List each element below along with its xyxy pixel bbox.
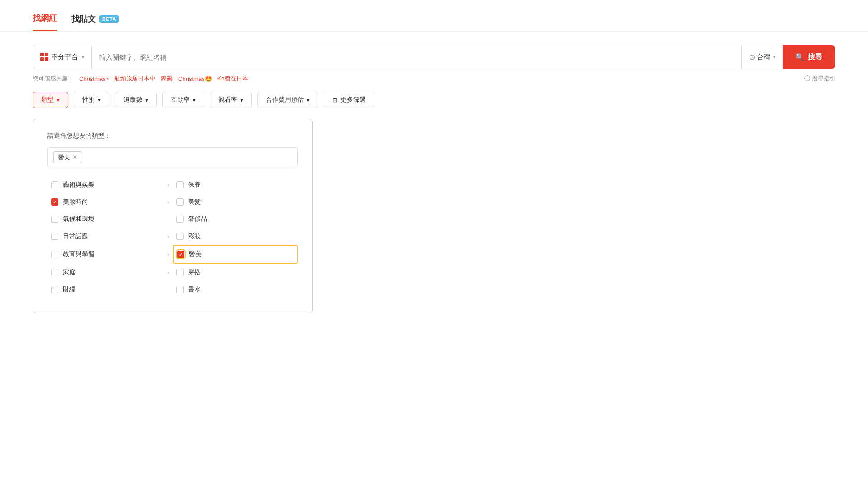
suggestion-christmas1[interactable]: Christmas> xyxy=(79,75,109,82)
category-fashion[interactable]: 美妝時尚 › xyxy=(47,193,173,211)
categories-grid: 藝術與娛樂 › 保養 美妝時尚 › 美髮 氣候和環境 奢侈品 日常話題 › xyxy=(47,176,298,298)
filter-bars-icon: ⊟ xyxy=(332,96,338,103)
checkbox-daily[interactable] xyxy=(51,233,58,240)
category-arts[interactable]: 藝術與娛樂 › xyxy=(47,176,173,193)
platform-label: 不分平台 xyxy=(51,53,78,61)
checkbox-outfit[interactable] xyxy=(176,269,184,276)
filter-engagement-label: 互動率 xyxy=(171,96,190,104)
suggestion-chenle[interactable]: 陳樂 xyxy=(161,75,173,83)
category-finance-label: 財經 xyxy=(63,286,75,294)
checkbox-makeup[interactable] xyxy=(176,233,184,240)
more-filter-label: 更多篩選 xyxy=(340,96,366,104)
checkbox-finance[interactable] xyxy=(51,286,58,293)
beta-badge: BETA xyxy=(99,15,119,23)
category-outfit-label: 穿搭 xyxy=(188,268,201,277)
category-climate[interactable]: 氣候和環境 xyxy=(47,211,173,228)
filter-viewrate-label: 觀看率 xyxy=(218,96,237,104)
chevron-fashion-icon: › xyxy=(167,199,169,205)
category-medical-label: 醫美 xyxy=(189,250,202,258)
filter-type[interactable]: 類型 ▾ xyxy=(33,92,68,108)
category-education[interactable]: 教育與學習 › xyxy=(47,245,173,264)
filter-engagement-chevron: ▾ xyxy=(193,96,196,103)
checkbox-education[interactable] xyxy=(51,251,58,258)
more-filter-button[interactable]: ⊟ 更多篩選 xyxy=(324,92,374,108)
filter-gender[interactable]: 性別 ▾ xyxy=(74,92,109,108)
category-luxury[interactable]: 奢侈品 xyxy=(173,211,298,228)
checkbox-luxury[interactable] xyxy=(176,216,184,223)
category-fashion-label: 美妝時尚 xyxy=(63,198,88,206)
platform-selector[interactable]: 不分平台 ▾ xyxy=(33,45,92,69)
category-climate-label: 氣候和環境 xyxy=(63,215,94,223)
filter-cost[interactable]: 合作費用預估 ▾ xyxy=(257,92,318,108)
panel-title: 請選擇您想要的類型： xyxy=(47,132,298,140)
suggestions-bar: 您可能感興趣： Christmas> 瓶頸旅居日本中 陳樂 Christmas🤩… xyxy=(0,69,868,83)
category-makeup-label: 彩妝 xyxy=(188,232,201,240)
filter-engagement[interactable]: 互動率 ▾ xyxy=(162,92,204,108)
selected-tag-yimei: 醫美 ✕ xyxy=(53,151,82,163)
filter-gender-chevron: ▾ xyxy=(98,96,101,103)
checkbox-climate[interactable] xyxy=(51,216,58,223)
suggestions-label: 您可能感興趣： xyxy=(33,75,74,83)
category-haircare[interactable]: 美髮 xyxy=(173,193,298,211)
category-medical[interactable]: 醫美 xyxy=(173,245,298,264)
category-perfume[interactable]: 香水 xyxy=(173,281,298,298)
filter-type-label: 類型 xyxy=(41,96,54,104)
filter-cost-label: 合作費用預估 xyxy=(266,96,304,104)
filter-gender-label: 性別 xyxy=(82,96,95,104)
search-bar: 不分平台 ▾ ⊙ 台灣 ▾ 🔍 搜尋 xyxy=(33,45,835,69)
category-perfume-label: 香水 xyxy=(188,286,201,294)
category-finance[interactable]: 財經 xyxy=(47,281,173,298)
location-icon: ⊙ xyxy=(749,53,755,61)
platform-chevron-icon: ▾ xyxy=(82,55,84,60)
filter-viewrate-chevron: ▾ xyxy=(240,96,243,103)
region-selector[interactable]: ⊙ 台灣 ▾ xyxy=(741,45,783,69)
category-family[interactable]: 家庭 › xyxy=(47,264,173,281)
chevron-education-icon: › xyxy=(167,252,169,257)
category-makeup[interactable]: 彩妝 xyxy=(173,228,298,245)
filter-cost-chevron: ▾ xyxy=(307,96,310,103)
category-luxury-label: 奢侈品 xyxy=(188,215,207,223)
checkbox-arts[interactable] xyxy=(51,181,58,188)
category-daily-label: 日常話題 xyxy=(63,232,88,240)
checkbox-fashion[interactable] xyxy=(51,198,58,206)
tab-posts-label: 找貼文 xyxy=(71,14,96,24)
category-family-label: 家庭 xyxy=(63,268,75,277)
checkbox-skincare[interactable] xyxy=(176,181,184,188)
category-haircare-label: 美髮 xyxy=(188,198,201,206)
suggestion-ko[interactable]: Ko醬在日本 xyxy=(217,75,248,83)
selected-tag-label: 醫美 xyxy=(58,153,70,161)
chevron-daily-icon: › xyxy=(167,234,169,239)
checkbox-family[interactable] xyxy=(51,269,58,276)
chevron-family-icon: › xyxy=(167,270,169,275)
search-button[interactable]: 🔍 搜尋 xyxy=(783,45,835,69)
category-dropdown-panel: 請選擇您想要的類型： 醫美 ✕ 藝術與娛樂 › 保養 美妝時尚 › 美髮 氣候和 xyxy=(33,119,313,313)
suggestion-travel[interactable]: 瓶頸旅居日本中 xyxy=(114,75,156,83)
category-daily[interactable]: 日常話題 › xyxy=(47,228,173,245)
search-guide-link[interactable]: ⓘ 搜尋指引 xyxy=(804,75,835,83)
suggestion-christmas2[interactable]: Christmas🤩 xyxy=(178,75,212,82)
question-icon: ⓘ xyxy=(804,75,810,83)
checkbox-haircare[interactable] xyxy=(176,198,184,206)
filter-type-chevron: ▾ xyxy=(57,96,60,103)
category-education-label: 教育與學習 xyxy=(63,250,94,258)
top-tabs: 找網紅 找貼文 BETA xyxy=(0,0,868,32)
filter-viewrate[interactable]: 觀看率 ▾ xyxy=(210,92,252,108)
selected-tags-area: 醫美 ✕ xyxy=(47,147,298,167)
search-button-label: 搜尋 xyxy=(808,52,822,62)
platform-grid-icon xyxy=(40,53,48,61)
checkbox-medical[interactable] xyxy=(177,251,184,258)
search-input[interactable] xyxy=(92,45,741,69)
region-chevron-icon: ▾ xyxy=(773,55,775,60)
checkbox-perfume[interactable] xyxy=(176,286,184,293)
category-arts-label: 藝術與娛樂 xyxy=(63,181,94,189)
region-label: 台灣 xyxy=(757,53,770,61)
search-guide-label: 搜尋指引 xyxy=(812,75,835,83)
category-outfit[interactable]: 穿搭 xyxy=(173,264,298,281)
category-skincare[interactable]: 保養 xyxy=(173,176,298,193)
tag-remove-icon[interactable]: ✕ xyxy=(73,155,77,160)
chevron-arts-icon: › xyxy=(167,182,169,188)
filter-followers[interactable]: 追蹤數 ▾ xyxy=(115,92,157,108)
tab-influencer[interactable]: 找網紅 xyxy=(33,13,57,31)
tab-posts[interactable]: 找貼文 BETA xyxy=(71,14,119,31)
search-icon: 🔍 xyxy=(795,53,804,61)
